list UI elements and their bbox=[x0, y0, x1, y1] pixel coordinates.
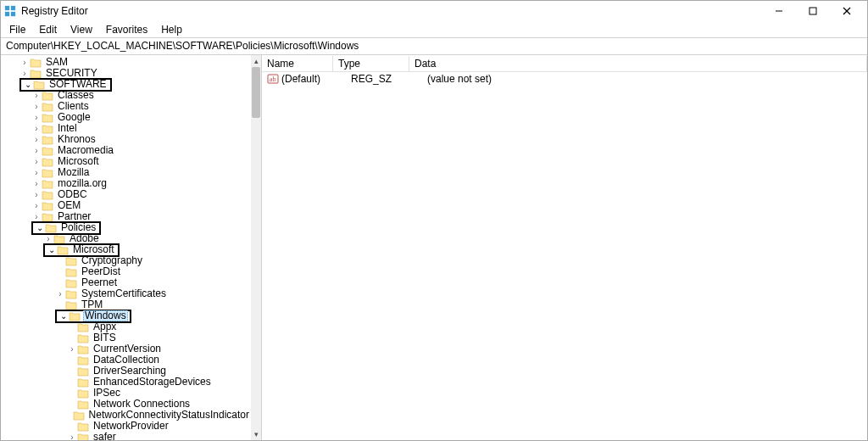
folder-icon bbox=[42, 113, 53, 123]
collapse-icon[interactable]: ⌄ bbox=[35, 222, 45, 233]
tree-item-odbc[interactable]: ›ODBC bbox=[1, 189, 251, 200]
values-pane: Name Type Data ab (Default) REG_SZ (valu… bbox=[262, 55, 867, 440]
folder-icon bbox=[77, 366, 89, 377]
menu-view[interactable]: View bbox=[64, 22, 99, 37]
tree-item-adobe[interactable]: ›Adobe bbox=[1, 233, 251, 244]
menu-help[interactable]: Help bbox=[154, 22, 189, 37]
expand-icon[interactable]: › bbox=[31, 189, 42, 200]
expand-icon[interactable]: › bbox=[31, 90, 42, 101]
scroll-up-icon[interactable]: ▴ bbox=[251, 55, 261, 67]
expand-icon[interactable]: › bbox=[67, 343, 77, 354]
close-button[interactable] bbox=[830, 1, 864, 21]
column-name[interactable]: Name bbox=[262, 56, 333, 71]
svg-rect-3 bbox=[11, 12, 15, 16]
tree-item-peerdist[interactable]: PeerDist bbox=[1, 266, 251, 277]
registry-editor-icon bbox=[4, 5, 16, 17]
expand-icon[interactable]: › bbox=[31, 156, 42, 167]
value-type: REG_SZ bbox=[346, 73, 422, 85]
tree-item-sam[interactable]: ›SAM bbox=[1, 57, 251, 68]
minimize-button[interactable] bbox=[762, 1, 796, 21]
folder-icon bbox=[42, 91, 53, 101]
menu-file[interactable]: File bbox=[3, 22, 32, 37]
folder-icon bbox=[65, 278, 77, 288]
tree-item-classes[interactable]: ›Classes bbox=[1, 90, 251, 101]
tree-item-label[interactable]: safer bbox=[92, 432, 118, 440]
tree-item-windows[interactable]: ⌄Windows bbox=[1, 310, 251, 321]
tree-item-systemcertificates[interactable]: ›SystemCertificates bbox=[1, 288, 251, 299]
tree-item-google[interactable]: ›Google bbox=[1, 112, 251, 123]
folder-icon bbox=[77, 399, 89, 410]
expand-icon[interactable]: › bbox=[31, 123, 42, 134]
expand-icon[interactable]: › bbox=[55, 288, 65, 299]
tree-item-oem[interactable]: ›OEM bbox=[1, 200, 251, 211]
registry-editor-window: Registry Editor File Edit View Favorites… bbox=[0, 0, 868, 441]
expand-icon[interactable]: › bbox=[31, 101, 42, 112]
tree-item-safer[interactable]: ›safer bbox=[1, 432, 251, 440]
titlebar: Registry Editor bbox=[1, 1, 867, 21]
tree-item-cryptography[interactable]: Cryptography bbox=[1, 255, 251, 266]
scroll-down-icon[interactable]: ▾ bbox=[251, 428, 261, 440]
folder-icon bbox=[42, 168, 53, 178]
maximize-button[interactable] bbox=[796, 1, 830, 21]
menubar: File Edit View Favorites Help bbox=[1, 21, 867, 38]
expand-icon[interactable]: › bbox=[31, 112, 42, 123]
window-controls bbox=[762, 1, 864, 21]
tree-item-intel[interactable]: ›Intel bbox=[1, 123, 251, 134]
menu-edit[interactable]: Edit bbox=[32, 22, 64, 37]
folder-icon bbox=[57, 245, 69, 255]
folder-icon bbox=[65, 267, 77, 277]
folder-icon bbox=[77, 355, 89, 366]
expand-icon[interactable]: › bbox=[31, 145, 42, 156]
svg-rect-2 bbox=[5, 12, 9, 16]
folder-icon bbox=[42, 190, 53, 200]
expand-icon[interactable]: › bbox=[31, 178, 42, 189]
folder-icon bbox=[77, 344, 89, 354]
collapse-icon[interactable]: ⌄ bbox=[23, 79, 33, 90]
string-value-icon: ab bbox=[267, 73, 279, 85]
svg-rect-1 bbox=[11, 6, 15, 10]
expand-icon[interactable]: › bbox=[31, 134, 42, 145]
tree-item-netprovider[interactable]: NetworkProvider bbox=[1, 421, 251, 432]
folder-icon bbox=[42, 146, 53, 156]
column-type[interactable]: Type bbox=[333, 56, 409, 71]
address-bar[interactable]: Computer\HKEY_LOCAL_MACHINE\SOFTWARE\Pol… bbox=[1, 38, 867, 55]
tree-item-microsoft_top[interactable]: ›Microsoft bbox=[1, 156, 251, 167]
folder-icon bbox=[42, 124, 53, 134]
value-row[interactable]: ab (Default) REG_SZ (value not set) bbox=[262, 72, 867, 86]
tree-item-policies[interactable]: ⌄Policies bbox=[1, 222, 251, 233]
tree-item-macromedia[interactable]: ›Macromedia bbox=[1, 145, 251, 156]
scroll-thumb[interactable] bbox=[252, 67, 260, 118]
tree-item-khronos[interactable]: ›Khronos bbox=[1, 134, 251, 145]
folder-icon bbox=[73, 410, 85, 421]
folder-icon bbox=[77, 377, 89, 388]
column-headers: Name Type Data bbox=[262, 55, 867, 72]
scrollbar-vertical[interactable]: ▴ ▾ bbox=[251, 55, 261, 440]
tree-item-software[interactable]: ⌄SOFTWARE bbox=[1, 79, 251, 90]
folder-icon bbox=[77, 322, 89, 332]
tree-item-appx[interactable]: Appx bbox=[1, 321, 251, 332]
window-title: Registry Editor bbox=[21, 5, 762, 17]
folder-icon bbox=[42, 201, 53, 211]
expand-icon[interactable]: › bbox=[19, 57, 30, 68]
expand-icon[interactable]: › bbox=[67, 432, 77, 440]
folder-icon bbox=[45, 223, 57, 233]
tree-item-mozilla_org[interactable]: ›mozilla.org bbox=[1, 178, 251, 189]
folder-icon bbox=[77, 433, 89, 441]
tree-item-clients[interactable]: ›Clients bbox=[1, 101, 251, 112]
collapse-icon[interactable]: ⌄ bbox=[58, 310, 69, 321]
expand-icon[interactable]: › bbox=[31, 167, 42, 178]
folder-icon bbox=[65, 289, 77, 299]
expand-icon[interactable]: › bbox=[31, 200, 42, 211]
folder-icon bbox=[42, 157, 53, 167]
column-data[interactable]: Data bbox=[409, 56, 867, 71]
main-body: ›SAM›SECURITY⌄SOFTWARE›Classes›Clients›G… bbox=[1, 55, 867, 440]
tree-item-enhancedstorage[interactable]: EnhancedStorageDevices bbox=[1, 377, 251, 388]
folder-icon bbox=[65, 256, 77, 266]
svg-rect-5 bbox=[810, 8, 816, 14]
registry-tree[interactable]: ›SAM›SECURITY⌄SOFTWARE›Classes›Clients›G… bbox=[1, 55, 251, 440]
menu-favorites[interactable]: Favorites bbox=[99, 22, 154, 37]
tree-item-mozilla_cap[interactable]: ›Mozilla bbox=[1, 167, 251, 178]
collapse-icon[interactable]: ⌄ bbox=[47, 244, 57, 255]
folder-icon bbox=[77, 421, 89, 432]
svg-rect-0 bbox=[5, 6, 9, 10]
